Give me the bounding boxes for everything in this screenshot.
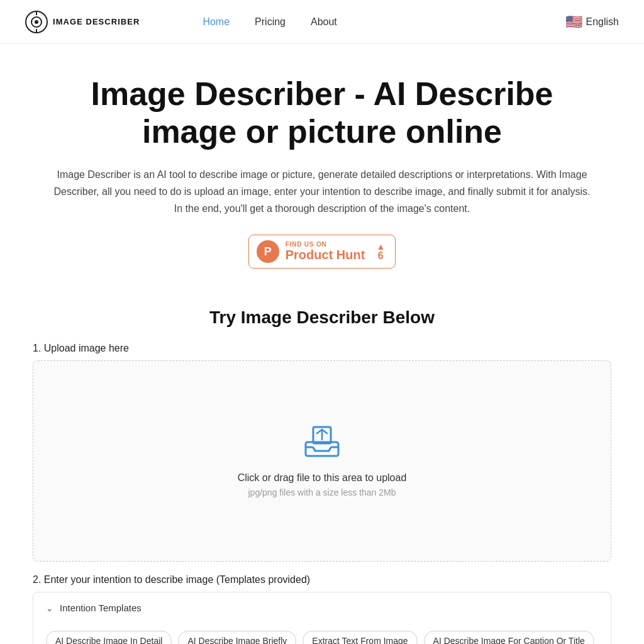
ph-vote-count: 6	[378, 251, 384, 261]
ph-product-name: Product Hunt	[286, 248, 365, 262]
upload-main-text: Click or drag file to this area to uploa…	[238, 472, 407, 484]
templates-row: AI Describe Image In DetailAI Describe I…	[33, 623, 611, 644]
logo-icon	[25, 11, 48, 33]
nav-pricing[interactable]: Pricing	[255, 16, 286, 28]
product-hunt-badge[interactable]: P FIND US ON Product Hunt ▲ 6	[248, 235, 396, 269]
template-chip[interactable]: AI Describe Image In Detail	[46, 631, 172, 644]
try-section: Try Image Describer Below 1. Upload imag…	[33, 308, 611, 644]
svg-point-2	[35, 20, 38, 24]
intention-templates-label: Intention Templates	[60, 602, 142, 613]
upload-hint-text: jpg/png files with a size less than 2Mb	[248, 487, 396, 497]
template-chip[interactable]: Extract Text From Image	[303, 631, 417, 644]
upload-icon	[303, 425, 341, 462]
nav-about[interactable]: About	[311, 16, 337, 28]
template-chip[interactable]: AI Describe Image Briefly	[178, 631, 296, 644]
hero-title: Image Describer - AI Describe image or p…	[45, 75, 599, 151]
try-title: Try Image Describer Below	[33, 308, 611, 328]
upload-dropzone[interactable]: Click or drag file to this area to uploa…	[33, 360, 611, 562]
intention-templates-section: ⌄ Intention Templates AI Describe Image …	[33, 592, 611, 644]
hero-section: Image Describer - AI Describe image or p…	[33, 44, 611, 308]
ph-text: FIND US ON Product Hunt	[286, 241, 365, 262]
ph-find-label: FIND US ON	[286, 241, 327, 248]
ph-vote-area: ▲ 6	[376, 242, 385, 261]
upload-step-label: 1. Upload image here	[33, 343, 611, 354]
intention-templates-header[interactable]: ⌄ Intention Templates	[33, 592, 611, 623]
logo[interactable]: IMAGE DESCRIBER	[25, 11, 140, 33]
intention-step-label: 2. Enter your intention to describe imag…	[33, 574, 611, 586]
nav-home[interactable]: Home	[203, 16, 230, 28]
ph-logo-icon: P	[257, 240, 279, 263]
main-nav: Home Pricing About	[203, 16, 565, 28]
language-label: English	[586, 16, 619, 28]
language-selector[interactable]: 🇺🇸 English	[565, 14, 619, 30]
chevron-icon: ⌄	[46, 603, 53, 613]
hero-description: Image Describer is an AI tool to describ…	[52, 166, 592, 218]
template-chip[interactable]: AI Describe Image For Caption Or Title	[424, 631, 594, 644]
logo-text: IMAGE DESCRIBER	[53, 17, 140, 26]
flag-icon: 🇺🇸	[565, 14, 582, 30]
ph-upvote-icon: ▲	[376, 242, 385, 251]
